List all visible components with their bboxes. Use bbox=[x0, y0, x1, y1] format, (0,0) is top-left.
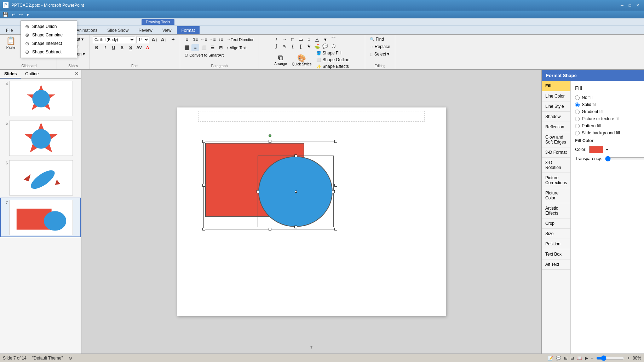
find-button[interactable]: 🔍 Find bbox=[368, 36, 386, 42]
nav-glow[interactable]: Glow and Soft Edges bbox=[542, 132, 570, 147]
clear-format-button[interactable]: ✦ bbox=[169, 36, 177, 43]
menu-shape-subtract[interactable]: ⊖ Shape Subtract bbox=[21, 48, 77, 56]
quick-styles-button[interactable]: 🎨 Quick Styles bbox=[290, 53, 314, 67]
tab-review[interactable]: Review bbox=[134, 26, 157, 34]
handle-bl[interactable] bbox=[202, 228, 205, 230]
triangle-shape[interactable]: △ bbox=[313, 36, 321, 42]
zoom-in-button[interactable]: + bbox=[627, 356, 630, 361]
slide-canvas[interactable] bbox=[177, 107, 446, 316]
decrease-font-button[interactable]: A↓ bbox=[160, 36, 168, 43]
view-slideshow-button[interactable]: ▶ bbox=[585, 356, 588, 361]
nav-3d-rotation[interactable]: 3-D Rotation bbox=[542, 158, 570, 173]
picture-texture-fill-radio[interactable] bbox=[575, 117, 580, 121]
nav-shadow[interactable]: Shadow bbox=[542, 112, 570, 122]
transparency-slider[interactable] bbox=[605, 156, 644, 162]
zoom-out-button[interactable]: − bbox=[591, 356, 593, 361]
paste-button[interactable]: 📋 Paste bbox=[4, 36, 17, 51]
nav-picture-corrections[interactable]: Picture Corrections bbox=[542, 173, 570, 188]
zoom-slider[interactable] bbox=[596, 355, 625, 361]
select-button[interactable]: ⬚ Select ▾ bbox=[368, 51, 391, 57]
font-size-select[interactable]: 14 bbox=[137, 36, 149, 43]
handle-tr[interactable] bbox=[334, 140, 337, 143]
round-rect-shape[interactable]: ▭ bbox=[297, 36, 305, 42]
slide-item-5[interactable]: 5 bbox=[0, 118, 81, 158]
brace-shape[interactable]: { bbox=[289, 43, 297, 49]
tab-view[interactable]: View bbox=[158, 26, 176, 34]
action-shape[interactable]: ⬡ bbox=[329, 43, 337, 49]
columns-button[interactable]: ⊟ bbox=[217, 44, 225, 51]
convert-smartart-button[interactable]: ⎔ Convert to SmartArt bbox=[183, 52, 225, 58]
nav-text-box[interactable]: Text Box bbox=[542, 249, 570, 259]
more-shapes[interactable]: ▾ bbox=[321, 36, 329, 42]
rect-shape[interactable]: □ bbox=[289, 36, 297, 42]
strikethrough-button[interactable]: S bbox=[118, 44, 126, 51]
font-family-select[interactable]: Calibri (Body) bbox=[93, 36, 135, 43]
underline-button[interactable]: U bbox=[110, 44, 117, 51]
nav-position[interactable]: Position bbox=[542, 239, 570, 249]
bracket-shape[interactable]: [ bbox=[297, 43, 305, 49]
increase-font-button[interactable]: A↑ bbox=[151, 36, 159, 43]
slide-item-4[interactable]: 4 bbox=[0, 79, 81, 118]
line-shape[interactable]: / bbox=[272, 36, 280, 42]
align-left-button[interactable]: ⬛ bbox=[183, 44, 191, 51]
tab-outline[interactable]: Outline bbox=[21, 70, 43, 78]
tab-slides[interactable]: Slides bbox=[0, 70, 21, 78]
tab-format[interactable]: Format bbox=[177, 26, 200, 34]
nav-crop[interactable]: Crop bbox=[542, 218, 570, 229]
numbered-list-button[interactable]: 1≡ bbox=[191, 36, 199, 43]
increase-indent-button[interactable]: →≡ bbox=[208, 36, 216, 43]
justify-button[interactable]: ☰ bbox=[208, 44, 216, 51]
nav-size[interactable]: Size bbox=[542, 229, 570, 239]
qa-dropdown-button[interactable]: ▾ bbox=[25, 12, 30, 17]
notes-button[interactable]: 📝 bbox=[548, 356, 553, 361]
pattern-fill-radio[interactable] bbox=[575, 124, 580, 128]
text-direction-button[interactable]: ↔Text Direction bbox=[225, 37, 256, 42]
align-center-button[interactable]: ≡ bbox=[191, 44, 199, 51]
close-button[interactable]: ✕ bbox=[634, 2, 641, 8]
handle-ml[interactable] bbox=[202, 184, 205, 187]
line-spacing-button[interactable]: ↕≡ bbox=[217, 36, 225, 43]
maximize-button[interactable]: □ bbox=[626, 2, 633, 8]
decrease-indent-button[interactable]: ←≡ bbox=[200, 36, 208, 43]
banner-shape[interactable]: ⛳ bbox=[313, 43, 321, 49]
star-shape[interactable]: ★ bbox=[305, 43, 313, 49]
nav-artistic-effects[interactable]: Artistic Effects bbox=[542, 203, 570, 218]
view-reading-button[interactable]: 📖 bbox=[577, 356, 582, 361]
tab-file[interactable]: File bbox=[1, 26, 17, 34]
nav-reflection[interactable]: Reflection bbox=[542, 122, 570, 132]
undo-qa-button[interactable]: ↩ bbox=[11, 12, 17, 17]
color-dropdown-arrow[interactable]: ▾ bbox=[606, 148, 608, 152]
tab-slideshow[interactable]: Slide Show bbox=[103, 26, 133, 34]
panel-close-button[interactable]: ✕ bbox=[73, 70, 81, 78]
arrange-button[interactable]: ⧉ Arrange bbox=[272, 53, 289, 67]
nav-line-style[interactable]: Line Style bbox=[542, 101, 570, 112]
ellipse-shape[interactable]: ○ bbox=[305, 36, 313, 42]
connector-shape[interactable]: ⌒ bbox=[329, 36, 337, 42]
shape-fill-button[interactable]: 🪣 Shape Fill bbox=[315, 50, 351, 56]
minimize-button[interactable]: ─ bbox=[619, 2, 626, 8]
color-swatch[interactable] bbox=[589, 146, 603, 153]
callout-shape[interactable]: 💬 bbox=[321, 43, 329, 49]
shape-effects-button[interactable]: ✨ Shape Effects bbox=[315, 63, 351, 70]
slide-item-6[interactable]: 6 bbox=[0, 158, 81, 198]
nav-3d-format[interactable]: 3-D Format bbox=[542, 147, 570, 158]
nav-picture-color[interactable]: Picture Color bbox=[542, 188, 570, 203]
bold-button[interactable]: B bbox=[93, 44, 100, 51]
character-spacing-button[interactable]: AV bbox=[135, 44, 143, 51]
solid-fill-radio[interactable] bbox=[575, 103, 580, 107]
menu-shape-combine[interactable]: ⊗ Shape Combine bbox=[21, 31, 77, 39]
handle-mr[interactable] bbox=[334, 184, 337, 187]
slide-bg-fill-radio[interactable] bbox=[575, 131, 580, 135]
no-fill-radio[interactable] bbox=[575, 95, 580, 100]
comments-button[interactable]: 💬 bbox=[556, 356, 561, 361]
align-right-button[interactable]: ⬜ bbox=[200, 44, 208, 51]
shadow-button[interactable]: S̲ bbox=[127, 44, 134, 51]
handle-tc[interactable] bbox=[269, 140, 271, 143]
arrow-shape[interactable]: → bbox=[281, 36, 288, 42]
slide-item-7[interactable]: 7 bbox=[0, 198, 81, 237]
font-color-button[interactable]: A bbox=[144, 44, 151, 51]
curve-shape[interactable]: ∫ bbox=[272, 43, 280, 49]
replace-button[interactable]: ↔ Replace bbox=[368, 43, 392, 50]
redo-qa-button[interactable]: ↪ bbox=[18, 12, 24, 17]
save-qa-button[interactable]: 💾 bbox=[1, 12, 9, 17]
